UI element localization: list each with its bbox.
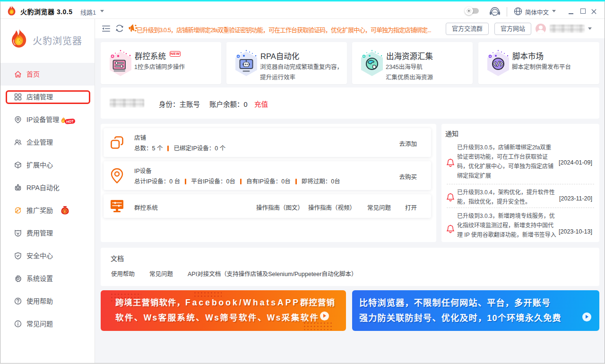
svg-text:HOT: HOT: [66, 119, 74, 124]
svg-text:¥: ¥: [17, 208, 19, 213]
svg-text:¥: ¥: [64, 209, 66, 214]
